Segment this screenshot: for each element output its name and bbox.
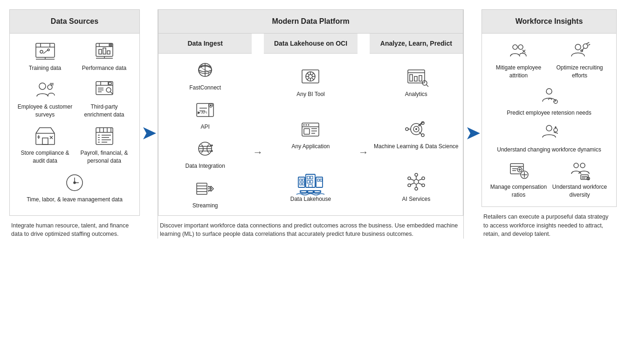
data-integration-label: Data Integration [185, 162, 225, 170]
svg-point-94 [303, 124, 305, 126]
ds-item-training: Training data [17, 41, 73, 72]
workforce-footer: Retailers can execute a purposeful data … [482, 207, 617, 239]
svg-rect-90 [304, 129, 310, 134]
svg-rect-120 [414, 76, 417, 81]
analyze-body: Analytics [370, 54, 463, 215]
timelabor-icon [62, 172, 87, 193]
data-sources-grid: Training data [17, 41, 132, 204]
analytics-label: Analytics [405, 90, 427, 98]
streaming-label: Streaming [193, 202, 218, 210]
predict-label: Predict employee retension needs [507, 109, 591, 117]
svg-rect-17 [107, 51, 110, 54]
svg-point-134 [415, 173, 418, 176]
analytics-item: Analytics [404, 66, 429, 98]
svg-rect-16 [103, 48, 106, 54]
big-arrow-1-icon: ➤ [142, 124, 156, 143]
ds-item-thirdparty: Third-party enrichment data [76, 80, 132, 119]
data-ingest-header: Data Ingest [158, 34, 252, 54]
arrow-ingest-lakehouse: → [252, 34, 264, 215]
fastconnect-icon [193, 59, 218, 82]
changing-label: Understand changing workforce dynamics [497, 146, 601, 154]
thirdparty-icon [92, 80, 117, 100]
api-icon: ▶ API [193, 98, 218, 121]
svg-rect-98 [300, 179, 302, 181]
ml-ds-label: Machine Learning & Data Science [374, 143, 458, 151]
svg-rect-119 [410, 75, 413, 81]
data-lakehouse-label: Data Lakehouse [290, 195, 331, 203]
svg-point-146 [513, 45, 517, 49]
performance-label: Performance data [82, 64, 126, 72]
data-lakehouse-item: Data Lakehouse [290, 171, 331, 203]
bi-tool-item: Any BI Tool [296, 66, 324, 98]
data-integration-icon [193, 137, 218, 160]
small-arrow-1-icon: → [253, 146, 263, 158]
modern-body: Data Ingest [158, 33, 463, 216]
svg-line-5 [43, 50, 48, 54]
ml-ds-item: Machine Learning & Data Science [374, 118, 458, 151]
any-app-icon [298, 118, 323, 140]
svg-point-28 [109, 82, 111, 85]
svg-point-139 [422, 184, 425, 186]
data-integration-item: Data Integration [185, 137, 225, 170]
svg-rect-105 [307, 180, 310, 183]
svg-point-32 [106, 88, 111, 92]
ds-item-timelabor: Time, labor, & leave management data [17, 172, 132, 204]
mitigate-label: Mitigate employee attrition [489, 64, 548, 80]
analytics-icon [404, 66, 429, 88]
svg-line-86 [312, 73, 314, 75]
svg-point-133 [414, 179, 419, 184]
svg-line-87 [307, 78, 309, 80]
wf-manage-compensation: Manage compensation ratios [489, 160, 548, 199]
analyze-col: Analyze, Learn, Predict [370, 34, 463, 215]
workforce-grid: Mitigate employee attrition [489, 41, 609, 199]
performance-icon [92, 41, 117, 62]
any-app-label: Any Application [291, 143, 330, 151]
svg-line-143 [419, 183, 422, 185]
svg-line-155 [588, 44, 590, 45]
svg-rect-99 [303, 179, 304, 181]
diagram-wrapper: Data Sources [9, 9, 617, 239]
svg-line-123 [427, 85, 428, 87]
svg-point-147 [518, 45, 523, 49]
payroll-label: Payroll, financial, & personal data [76, 149, 132, 165]
svg-rect-103 [307, 176, 310, 179]
svg-point-177 [580, 163, 585, 168]
svg-rect-108 [316, 177, 323, 187]
modern-platform-column: Modern Data Platform Data Ingest [158, 9, 464, 239]
diversity-icon [568, 160, 592, 181]
wf-understand-diversity: Understand workforce diversity [550, 160, 609, 199]
mitigate-icon [507, 41, 531, 62]
optimize-icon [568, 41, 592, 62]
svg-point-126 [415, 128, 417, 130]
svg-line-154 [586, 42, 589, 44]
timelabor-label: Time, labor, & leave management data [27, 196, 123, 204]
arrow-modern-to-workforce: ➤ [464, 9, 482, 239]
streaming-item: Streaming [193, 177, 218, 210]
svg-point-136 [408, 177, 411, 179]
training-label: Training data [29, 64, 62, 72]
svg-text:▶ API: ▶ API [198, 110, 207, 115]
svg-line-84 [307, 73, 309, 75]
compensation-label: Manage compensation ratios [489, 183, 548, 199]
svg-point-163 [554, 128, 557, 132]
wf-predict-retention: Predict employee retension needs [489, 86, 609, 117]
svg-line-142 [410, 179, 414, 180]
lakehouse-header: Data Lakehouse on OCI [264, 34, 357, 54]
svg-line-85 [312, 78, 314, 80]
store-label: Store compliance & audit data [17, 149, 73, 165]
any-app-item: Any Application [291, 118, 330, 151]
ai-services-label: AI Services [402, 195, 430, 203]
arrow-ds-to-modern: ➤ [140, 9, 158, 239]
svg-point-6 [48, 49, 49, 51]
svg-point-95 [306, 124, 307, 126]
svg-point-130 [421, 134, 424, 137]
svg-point-137 [422, 177, 425, 179]
surveys-label: Employee & customer surveys [17, 103, 73, 119]
svg-line-144 [419, 179, 422, 180]
lakehouse-col: Data Lakehouse on OCI [264, 34, 357, 215]
ai-services-item: AI Services [402, 171, 430, 203]
modern-footer: Discover important workforce data connec… [158, 216, 463, 239]
fastconnect-label: FastConnect [189, 84, 221, 92]
bi-tool-icon [298, 66, 323, 88]
payroll-icon [92, 126, 117, 146]
